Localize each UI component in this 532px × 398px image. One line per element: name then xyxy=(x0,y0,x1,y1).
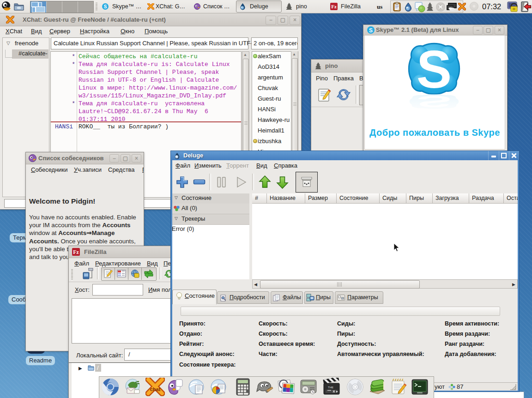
svg-text:Fz: Fz xyxy=(331,4,337,9)
svg-text:S: S xyxy=(417,40,452,97)
svg-text:chat: chat xyxy=(150,386,161,392)
svg-text:S: S xyxy=(104,4,107,9)
svg-text:THE: THE xyxy=(328,386,333,389)
svg-text:S: S xyxy=(369,27,373,34)
svg-text:Fz: Fz xyxy=(73,249,79,255)
